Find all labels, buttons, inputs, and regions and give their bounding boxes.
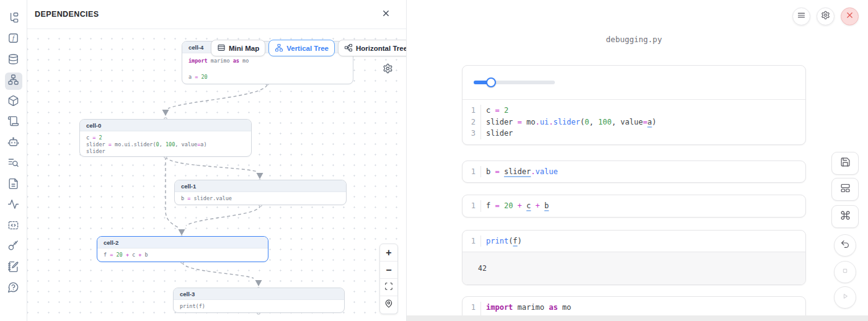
shutdown-button[interactable] [841, 7, 859, 25]
mini-map-button[interactable]: Mini Map [211, 40, 265, 56]
code-text: b = slider.value [481, 166, 558, 178]
sidebar-item-logs[interactable] [5, 114, 22, 131]
code-token: c [129, 252, 138, 258]
graph-node-cell-3[interactable]: cell-3 print(f) [173, 288, 345, 313]
sidebar-item-tracing[interactable] [5, 197, 22, 214]
dependency-graph-canvas[interactable]: cell-4 import marimo as moa = 20 cell-0 … [27, 30, 406, 321]
code-token: . [531, 167, 535, 176]
code-token: marimo [208, 58, 233, 64]
vertical-tree-button[interactable]: Vertical Tree [268, 40, 335, 56]
graph-node-code: f = 20 + c + b [97, 248, 268, 261]
vertical-tree-icon [275, 43, 283, 53]
code-line: 1c = 2 [463, 105, 805, 117]
sidebar-item-variables[interactable] [5, 156, 22, 173]
graph-node-title: cell-3 [174, 288, 344, 300]
notebook-menu-button[interactable] [792, 7, 810, 25]
code-token: 2 [504, 106, 508, 115]
slider-widget[interactable] [474, 81, 555, 84]
sidebar-item-functions[interactable]: f [5, 31, 22, 48]
code-editor[interactable]: 1c = 22slider = mo.ui.slider(0, 100, val… [463, 100, 805, 144]
panel-title: DEPENDENCIES [35, 10, 99, 19]
code-token: slider [486, 129, 513, 138]
graph-node-cell-2[interactable]: cell-2 f = 20 + c + b [97, 236, 268, 262]
sidebar-item-help[interactable] [5, 280, 22, 297]
run-button[interactable] [834, 286, 856, 309]
graph-settings-button[interactable] [383, 63, 394, 74]
zoom-in-button[interactable]: + [380, 244, 397, 262]
horizontal-tree-button[interactable]: Horizontal Tree [338, 40, 406, 56]
code-text: print(f) [481, 235, 522, 247]
save-button[interactable] [831, 152, 859, 175]
zoom-out-button[interactable]: − [380, 262, 397, 279]
sidebar-item-datasources[interactable] [5, 51, 22, 69]
shutdown-icon [845, 11, 854, 22]
layout-button[interactable] [831, 178, 859, 201]
code-token: as [233, 58, 239, 64]
code-token: slider [504, 167, 531, 176]
sidebar-item-snippets[interactable] [5, 218, 22, 235]
graph-node-cell-0[interactable]: cell-0 c = 2slider = mo.ui.slider(0, 100… [79, 119, 252, 157]
code-token [513, 201, 517, 210]
edge-cell2-cell3 [182, 262, 254, 278]
zoom-in-icon: + [386, 248, 391, 258]
graph-view-toolbar: Mini Map Vertical Tree Horizontal Tree [211, 40, 406, 56]
graph-node-title: cell-0 [80, 120, 251, 131]
center-selection-button[interactable] [380, 296, 397, 314]
sidebar-item-file-tree[interactable] [5, 10, 22, 27]
sidebar-item-packages[interactable] [5, 93, 22, 110]
code-line: 1f = 20 + c + b [463, 200, 805, 212]
code-line: 2slider = mo.ui.slider(0, 100, value=a) [463, 117, 805, 128]
notebook-settings-button[interactable] [817, 7, 835, 25]
code-token: ui [540, 118, 549, 126]
sidebar-item-chat[interactable] [5, 134, 22, 152]
code-token: mo [239, 58, 249, 64]
code-line: 1print(f) [463, 235, 805, 247]
code-token [540, 201, 544, 210]
code-token: b [141, 252, 148, 258]
close-panel-button[interactable] [379, 7, 392, 21]
code-token: f [486, 201, 495, 210]
graph-node-cell-1[interactable]: cell-1 b = slider.value [174, 180, 347, 205]
fit-view-button[interactable] [380, 279, 397, 296]
sidebar-item-dependency-graph[interactable] [5, 73, 22, 90]
arrowhead [255, 280, 262, 286]
packages-icon [7, 95, 19, 109]
code-token: ) [652, 118, 656, 126]
cell-b: 1b = slider.value [462, 160, 806, 183]
keyboard-shortcuts-button[interactable] [831, 205, 859, 228]
close-icon [381, 9, 391, 20]
sidebar-item-scratchpad[interactable] [5, 259, 22, 276]
edge-cell0-cell1 [166, 157, 257, 172]
code-token: f [104, 252, 110, 258]
dependencies-panel: DEPENDENCIES [27, 0, 407, 321]
code-token: slider [86, 148, 105, 154]
slider-handle[interactable] [486, 77, 496, 87]
code-token: print [486, 237, 508, 245]
code-token: c [486, 106, 495, 115]
view-mode-label: Vertical Tree [286, 45, 329, 52]
notebook-top-actions [792, 7, 859, 25]
code-token [500, 167, 504, 176]
undo-icon [840, 239, 850, 252]
code-editor[interactable]: 1print(f) [463, 231, 805, 252]
code-token [531, 201, 535, 210]
undo-button[interactable] [834, 234, 856, 257]
arrowhead [179, 229, 185, 235]
code-editor[interactable]: 1b = slider.value [463, 161, 805, 183]
code-editor[interactable]: 1f = 20 + c + b [463, 195, 805, 217]
dependencies-panel-header: DEPENDENCIES [27, 0, 406, 29]
documentation-icon [7, 178, 19, 192]
code-token: = [495, 167, 499, 176]
code-line: 1import marimo as mo [463, 302, 805, 314]
sidebar-item-documentation[interactable] [5, 176, 22, 193]
node-code-line: slider [86, 148, 245, 155]
code-token: print(f) [180, 303, 205, 309]
cell-f: 1f = 20 + c + b [462, 195, 806, 218]
sidebar-item-secrets[interactable] [5, 239, 22, 256]
stop-button[interactable] [834, 261, 856, 283]
view-mode-label: Horizontal Tree [356, 45, 406, 52]
code-token: import [188, 58, 208, 64]
snippets-icon [7, 219, 19, 234]
center-pin-icon [384, 299, 393, 310]
code-token: slider.value [190, 195, 232, 201]
